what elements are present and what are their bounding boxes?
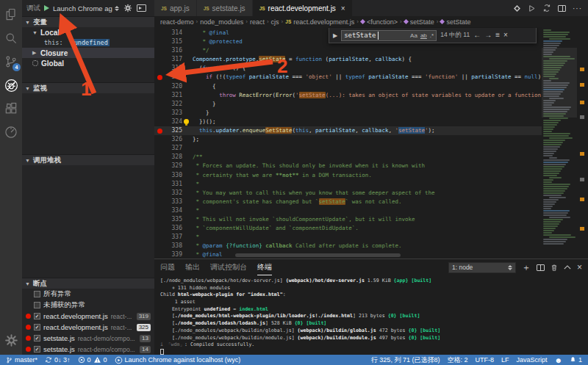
line-gutter[interactable]: 334: [154, 206, 182, 215]
line-gutter[interactable]: 332: [154, 189, 182, 198]
line-gutter[interactable]: 317: [154, 55, 182, 64]
find-in-selection-icon[interactable]: ≡: [495, 32, 500, 39]
line-gutter[interactable]: 338: [154, 242, 182, 250]
language-mode[interactable]: JavaScript: [516, 356, 547, 364]
breakpoint-row[interactable]: ✓react.development.jsreact-...319: [22, 311, 154, 322]
breadcrumb-item[interactable]: react-demo: [160, 18, 194, 26]
checkbox-checked[interactable]: ✓: [34, 335, 40, 341]
scope-local[interactable]: ▼ Local: [22, 27, 154, 37]
line-gutter[interactable]: 337: [154, 233, 182, 242]
settings-gear-icon[interactable]: [0, 328, 22, 352]
watch-header[interactable]: ▼ 监视: [22, 82, 154, 93]
debug-settings-gear-icon[interactable]: [123, 4, 132, 12]
run-file-icon[interactable]: [528, 4, 536, 12]
exception-breakpoint-row[interactable]: 未捕获的异常: [22, 300, 154, 311]
next-match-icon[interactable]: →: [484, 32, 492, 39]
more-actions-icon[interactable]: ···: [573, 4, 582, 12]
cursor-position[interactable]: 行 325, 列 71 (已选择8): [371, 355, 440, 365]
line-gutter[interactable]: 331: [154, 180, 182, 189]
line-gutter[interactable]: 320: [154, 82, 182, 91]
start-debug-button[interactable]: [44, 5, 49, 11]
breadcrumb-item[interactable]: react: [250, 18, 265, 26]
line-gutter[interactable]: 314: [154, 29, 182, 37]
breakpoint-row[interactable]: ✓react.development.jsreact-...325: [22, 322, 154, 333]
line-gutter[interactable]: 324: [154, 118, 182, 126]
close-panel-icon[interactable]: ×: [577, 263, 582, 272]
variables-header[interactable]: ▼ 变量: [22, 16, 154, 27]
tab-app.js[interactable]: JSapp.js: [154, 0, 197, 16]
breakpoint-row[interactable]: ✓setstate.jsreact-demo/compo...14: [22, 344, 154, 355]
debug-launch-status[interactable]: Launch Chrome against localhost (wyc): [115, 356, 241, 364]
line-gutter[interactable]: 325: [154, 126, 182, 135]
gem-icon[interactable]: [513, 4, 521, 12]
line-gutter[interactable]: 329: [154, 162, 182, 170]
breadcrumb-item[interactable]: node_modules: [200, 18, 243, 26]
line-gutter[interactable]: 336: [154, 224, 182, 233]
panel-tab-调试控制台[interactable]: 调试控制台: [210, 259, 247, 275]
code-editor[interactable]: 314 * @final315 * @protected316 */317Com…: [154, 27, 588, 259]
line-gutter[interactable]: 323: [154, 109, 182, 118]
sync-status[interactable]: 0↓ 3↑: [45, 356, 71, 364]
exception-breakpoint-row[interactable]: 所有异常: [22, 289, 154, 300]
line-gutter[interactable]: 326: [154, 135, 182, 144]
tab-react.development.js[interactable]: JSreact.development.js×: [253, 0, 353, 16]
split-terminal-icon[interactable]: [537, 264, 545, 271]
split-editor-icon[interactable]: [558, 5, 566, 12]
terminal-output[interactable]: [./node_modules/webpack/hot/dev-server.j…: [154, 275, 588, 356]
checkbox-unchecked[interactable]: [34, 291, 40, 297]
source-control-icon[interactable]: 4: [0, 50, 22, 73]
horizontal-scrollbar[interactable]: [235, 253, 401, 257]
checkbox-checked[interactable]: ✓: [34, 313, 40, 319]
close-tab-icon[interactable]: ×: [341, 4, 345, 12]
line-gutter[interactable]: 339: [154, 250, 182, 259]
panel-tab-终端[interactable]: 终端: [257, 259, 272, 275]
search-icon[interactable]: [0, 26, 22, 50]
breadcrumb-item[interactable]: cjs: [271, 18, 279, 26]
line-gutter[interactable]: 322: [154, 100, 182, 109]
debug-icon[interactable]: [0, 73, 22, 97]
encoding-status[interactable]: UTF-8: [475, 356, 494, 364]
maximize-panel-icon[interactable]: [564, 264, 571, 270]
line-gutter[interactable]: 335: [154, 215, 182, 224]
eol-status[interactable]: LF: [501, 356, 509, 364]
indentation-status[interactable]: 空格: 2: [447, 355, 467, 365]
checkbox-checked[interactable]: ✓: [34, 346, 40, 353]
debug-config-dropdown[interactable]: Launch Chrome ag: [53, 4, 119, 12]
git-branch-status[interactable]: master*: [6, 356, 37, 364]
toggle-replace-icon[interactable]: ▶: [333, 32, 337, 39]
feedback-smiley-icon[interactable]: ☻: [554, 356, 562, 364]
explorer-icon[interactable]: [0, 3, 22, 26]
notifications-bell[interactable]: 1: [570, 356, 582, 364]
debug-console-toggle-icon[interactable]: [137, 4, 146, 12]
close-find-icon[interactable]: ×: [503, 32, 508, 39]
extensions-icon[interactable]: [0, 97, 22, 120]
previous-match-icon[interactable]: ←: [473, 32, 481, 39]
tab-setstate.js[interactable]: JSsetstate.js: [197, 0, 253, 16]
variable-this[interactable]: this: undefined: [22, 37, 154, 48]
line-gutter[interactable]: 321: [154, 91, 182, 100]
whole-word-toggle[interactable]: ab: [420, 32, 427, 39]
breadcrumb-item[interactable]: setState: [404, 18, 434, 26]
breakpoint-dot[interactable]: [157, 75, 162, 80]
breakpoint-row[interactable]: ✓setstate.jsreact-demo/compo...13: [22, 333, 154, 344]
breakpoint-dot[interactable]: [157, 129, 162, 134]
call-stack-header[interactable]: ▼ 调用堆栈: [22, 154, 154, 165]
breakpoints-header[interactable]: ▼ 断点: [22, 278, 154, 289]
breadcrumb-item[interactable]: <function>: [361, 18, 398, 26]
regex-toggle[interactable]: .*: [430, 32, 434, 39]
sync-loop-icon[interactable]: [542, 4, 551, 12]
line-gutter[interactable]: 318: [154, 64, 182, 73]
line-gutter[interactable]: 316: [154, 46, 182, 55]
minimap-slider[interactable]: [542, 48, 577, 118]
match-case-toggle[interactable]: Aa: [410, 32, 417, 39]
panel-tab-问题[interactable]: 问题: [160, 259, 175, 275]
terminal-select[interactable]: 1: node: [448, 262, 516, 273]
lightbulb-icon[interactable]: [184, 119, 189, 124]
checkbox-checked[interactable]: ✓: [34, 324, 40, 330]
breadcrumb-item[interactable]: setState: [440, 18, 470, 26]
breadcrumb-item[interactable]: JSreact.development.js: [285, 18, 354, 26]
checkbox-unchecked[interactable]: [34, 302, 40, 308]
scope-closure[interactable]: ▶ Closure: [22, 48, 154, 58]
line-gutter[interactable]: 315: [154, 37, 182, 46]
line-gutter[interactable]: 327: [154, 144, 182, 153]
